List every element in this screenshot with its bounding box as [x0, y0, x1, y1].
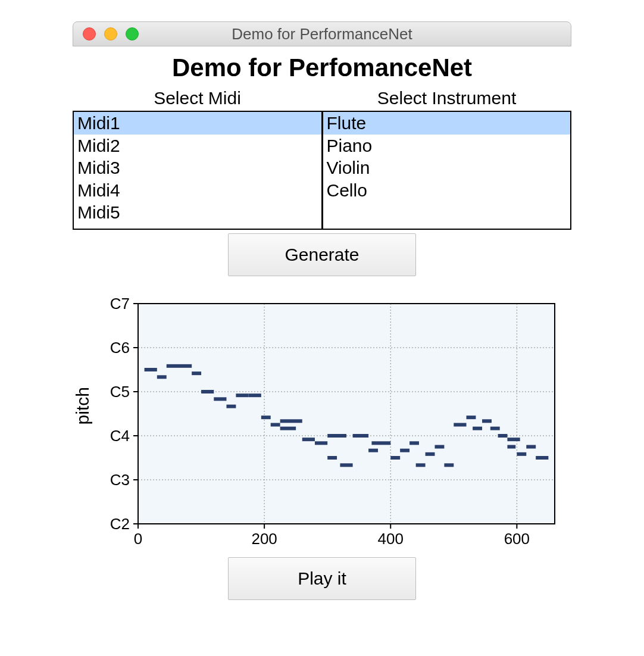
svg-rect-44	[280, 419, 302, 423]
svg-rect-41	[261, 416, 271, 419]
svg-rect-54	[400, 449, 409, 452]
instrument-header: Select Instrument	[322, 88, 571, 108]
list-item[interactable]: Violin	[323, 157, 571, 179]
svg-rect-32	[145, 368, 157, 371]
svg-rect-36	[201, 390, 214, 393]
svg-rect-51	[368, 449, 378, 452]
chart-y-axis-label: pitch	[73, 387, 93, 424]
list-item[interactable]: Flute	[323, 112, 571, 135]
svg-rect-69	[526, 445, 536, 449]
svg-rect-39	[236, 393, 248, 397]
minimize-icon[interactable]	[104, 27, 117, 40]
list-item[interactable]: Piano	[323, 135, 571, 157]
svg-rect-38	[226, 405, 236, 408]
svg-rect-37	[214, 397, 226, 401]
svg-rect-34	[167, 364, 192, 368]
svg-text:600: 600	[504, 530, 530, 548]
pianoroll-chart: C2C3C4C5C6C70200400600	[96, 298, 567, 554]
list-item[interactable]: Cello	[323, 179, 571, 202]
svg-rect-68	[517, 452, 526, 456]
list-item[interactable]: Midi3	[74, 157, 321, 179]
zoom-icon[interactable]	[126, 27, 139, 40]
svg-rect-65	[498, 434, 508, 438]
svg-rect-46	[315, 441, 327, 445]
svg-text:C6: C6	[110, 339, 130, 357]
svg-rect-0	[138, 304, 555, 524]
svg-rect-40	[249, 393, 261, 397]
svg-rect-45	[302, 438, 315, 441]
svg-rect-55	[409, 441, 419, 445]
svg-rect-52	[371, 441, 390, 445]
page-title: Demo for PerfomanceNet	[73, 54, 571, 82]
list-item[interactable]: Midi4	[74, 179, 321, 202]
svg-rect-63	[482, 419, 492, 423]
instrument-listbox[interactable]: FlutePianoViolinCello	[321, 112, 571, 229]
window-traffic-lights	[83, 27, 139, 40]
svg-rect-58	[434, 445, 444, 449]
svg-rect-62	[473, 427, 482, 430]
list-item[interactable]: Midi5	[74, 201, 321, 224]
svg-text:C5: C5	[110, 383, 130, 401]
svg-rect-49	[340, 463, 352, 467]
svg-text:400: 400	[378, 530, 404, 548]
svg-rect-59	[444, 463, 454, 467]
svg-text:200: 200	[251, 530, 277, 548]
svg-rect-35	[192, 371, 201, 375]
svg-rect-61	[467, 416, 476, 419]
svg-text:0: 0	[134, 530, 142, 548]
list-item[interactable]: Midi1	[74, 112, 321, 135]
window-titlebar: Demo for PerformanceNet	[73, 21, 571, 46]
window-title: Demo for PerformanceNet	[73, 25, 571, 43]
svg-rect-67	[507, 445, 515, 449]
close-icon[interactable]	[83, 27, 96, 40]
svg-rect-70	[536, 456, 548, 460]
svg-rect-57	[426, 452, 435, 456]
svg-text:C2: C2	[110, 515, 130, 533]
svg-text:C7: C7	[110, 298, 130, 313]
play-button[interactable]: Play it	[228, 557, 416, 600]
svg-text:C4: C4	[110, 427, 130, 445]
svg-rect-33	[157, 375, 167, 379]
listbox-headers: Select Midi Select Instrument	[73, 88, 571, 108]
svg-rect-60	[454, 423, 466, 427]
svg-rect-53	[390, 456, 400, 460]
svg-rect-56	[416, 463, 426, 467]
svg-rect-50	[353, 434, 369, 438]
midi-listbox[interactable]: Midi1Midi2Midi3Midi4Midi5	[74, 112, 321, 229]
svg-rect-47	[327, 434, 346, 438]
svg-rect-48	[327, 456, 337, 460]
svg-text:C3: C3	[110, 471, 130, 489]
svg-rect-64	[490, 427, 500, 430]
svg-rect-66	[507, 438, 520, 441]
list-item[interactable]: Midi2	[74, 135, 321, 157]
svg-rect-42	[271, 423, 280, 427]
svg-rect-43	[280, 427, 296, 430]
midi-header: Select Midi	[73, 88, 322, 108]
generate-button[interactable]: Generate	[228, 233, 416, 276]
